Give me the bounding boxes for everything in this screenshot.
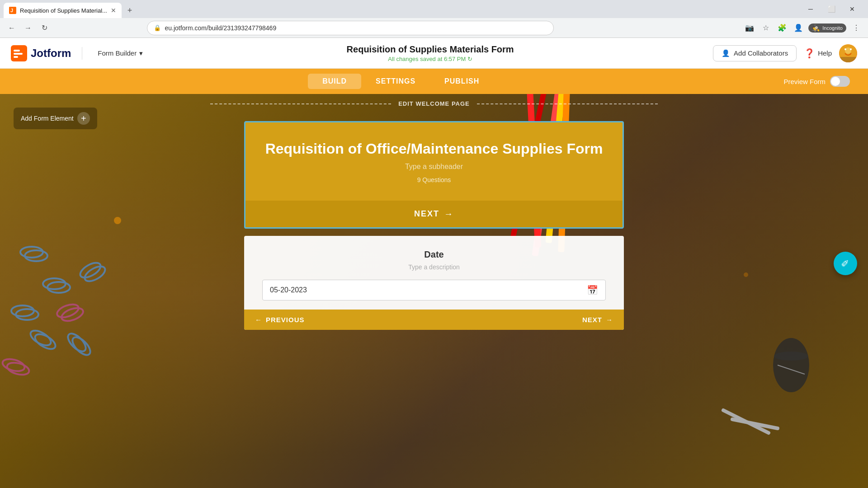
previous-label: PREVIOUS	[266, 316, 305, 324]
date-card: Date Type a description 05-20-2023 📅 ← P…	[244, 236, 624, 330]
forward-button[interactable]: →	[22, 22, 34, 34]
preview-form-area: Preview Form	[783, 76, 850, 87]
menu-icon[interactable]: ⋮	[850, 22, 863, 34]
edit-welcome-label: EDIT WELCOME PAGE	[398, 100, 470, 107]
date-value: 05-20-2023	[270, 286, 583, 294]
window-controls: ─ ⬜ ✕	[800, 0, 863, 18]
logo-text: Jotform	[31, 47, 71, 60]
camera-icon[interactable]: 📷	[743, 22, 756, 34]
date-card-footer: ← PREVIOUS NEXT →	[244, 310, 624, 330]
form-builder-chevron: ▾	[139, 49, 143, 57]
person-icon: 👤	[722, 49, 730, 57]
date-field-label: Date	[262, 249, 606, 260]
dashed-line-right	[477, 103, 658, 104]
reload-button[interactable]: ↻	[38, 22, 51, 34]
maximize-button[interactable]: ⬜	[821, 0, 842, 18]
date-next-label: NEXT	[582, 316, 602, 324]
close-button[interactable]: ✕	[842, 0, 863, 18]
toggle-knob	[831, 77, 840, 86]
header-divider	[82, 47, 82, 60]
welcome-card[interactable]: Requisition of Office/Maintenance Suppli…	[244, 121, 624, 229]
svg-rect-10	[839, 57, 857, 62]
calendar-icon[interactable]: 📅	[587, 285, 598, 296]
date-description-placeholder[interactable]: Type a description	[262, 263, 606, 271]
app-header: Jotform Form Builder ▾ Requisition of Su…	[0, 38, 868, 69]
canvas-area: Add Form Element + EDIT WELCOME PAGE Req…	[0, 94, 868, 488]
svg-text:J: J	[10, 8, 13, 13]
extensions-icon[interactable]: 🧩	[776, 22, 788, 34]
form-cards-area: Requisition of Office/Maintenance Suppli…	[0, 112, 868, 339]
header-actions: 👤 Add Collaborators ❓ Help	[713, 44, 857, 62]
svg-point-26	[1, 357, 26, 373]
add-form-element-label: Add Form Element	[21, 115, 74, 122]
date-input-row[interactable]: 05-20-2023 📅	[262, 280, 606, 300]
next-label: NEXT	[414, 209, 439, 219]
ssl-icon: 🔒	[154, 24, 161, 31]
svg-point-9	[850, 48, 852, 50]
questions-count: 9 Questions	[264, 176, 604, 183]
svg-rect-3	[14, 50, 20, 52]
form-title: Requisition of Supplies Materials Form	[158, 44, 702, 55]
welcome-subheader-placeholder[interactable]: Type a subheader	[264, 163, 604, 171]
svg-line-36	[732, 419, 778, 428]
svg-rect-4	[14, 53, 23, 55]
nav-extras: 📷 ☆ 🧩 👤 🕵 Incognito ⋮	[743, 22, 863, 34]
welcome-form-title: Requisition of Office/Maintenance Suppli…	[264, 141, 604, 157]
tab-close-button[interactable]: ✕	[111, 7, 116, 14]
preview-form-toggle[interactable]	[830, 76, 850, 87]
previous-button[interactable]: ← PREVIOUS	[244, 310, 316, 330]
tab-favicon: J	[9, 7, 16, 14]
preview-form-label: Preview Form	[783, 78, 826, 85]
incognito-label: Incognito	[822, 25, 843, 31]
svg-line-34	[778, 365, 805, 374]
svg-point-8	[844, 48, 846, 50]
help-label: Help	[818, 49, 832, 57]
svg-point-32	[773, 338, 809, 392]
bookmark-icon[interactable]: ☆	[760, 22, 772, 34]
welcome-card-body: Requisition of Office/Maintenance Suppli…	[245, 122, 623, 201]
back-button[interactable]: ←	[5, 22, 18, 34]
form-builder-menu[interactable]: Form Builder ▾	[93, 47, 147, 60]
user-avatar[interactable]	[839, 44, 857, 62]
help-button[interactable]: ❓ Help	[804, 48, 832, 59]
pen-tool-button[interactable]: ✏	[834, 252, 857, 275]
svg-point-27	[6, 361, 31, 377]
minimize-button[interactable]: ─	[800, 0, 821, 18]
svg-point-33	[774, 352, 808, 361]
next-arrow-icon: →	[444, 209, 454, 219]
build-tab[interactable]: BUILD	[308, 74, 361, 89]
jotform-logo[interactable]: Jotform	[11, 45, 71, 61]
new-tab-button[interactable]: +	[123, 4, 136, 17]
add-form-element-button[interactable]: Add Form Element +	[14, 108, 97, 129]
add-collaborators-button[interactable]: 👤 Add Collaborators	[713, 45, 797, 61]
welcome-card-footer: NEXT →	[245, 201, 623, 227]
svg-point-7	[845, 47, 851, 54]
tab-title: Requisition of Supplies Material...	[20, 7, 107, 14]
add-button-icon: +	[77, 112, 90, 125]
navigation-bar: ← → ↻ 🔒 eu.jotform.com/build/23139324779…	[0, 18, 868, 38]
header-center: Requisition of Supplies Materials Form A…	[158, 44, 702, 62]
profile-icon[interactable]: 👤	[792, 22, 805, 34]
edit-welcome-bar[interactable]: EDIT WELCOME PAGE	[0, 100, 868, 107]
pen-icon: ✏	[838, 256, 852, 270]
main-toolbar: BUILD SETTINGS PUBLISH Preview Form	[0, 69, 868, 94]
svg-line-35	[723, 410, 769, 433]
autosave-status: All changes saved at 6:57 PM ↻	[158, 56, 702, 62]
prev-arrow-icon: ←	[255, 316, 262, 324]
add-collaborators-label: Add Collaborators	[734, 49, 788, 57]
publish-tab[interactable]: PUBLISH	[430, 74, 494, 89]
date-next-arrow: →	[606, 316, 613, 324]
help-icon: ❓	[804, 48, 815, 59]
url-text: eu.jotform.com/build/231393247798469	[165, 24, 547, 32]
svg-rect-5	[14, 56, 18, 58]
settings-tab[interactable]: SETTINGS	[361, 74, 430, 89]
next-button[interactable]: NEXT →	[245, 201, 623, 227]
form-builder-label: Form Builder	[98, 49, 137, 57]
browser-tab[interactable]: J Requisition of Supplies Material... ✕	[4, 3, 122, 18]
incognito-badge: 🕵 Incognito	[808, 23, 846, 33]
dashed-line-left	[210, 103, 391, 104]
address-bar[interactable]: 🔒 eu.jotform.com/build/231393247798469	[147, 21, 554, 35]
date-next-button[interactable]: NEXT →	[571, 310, 624, 330]
